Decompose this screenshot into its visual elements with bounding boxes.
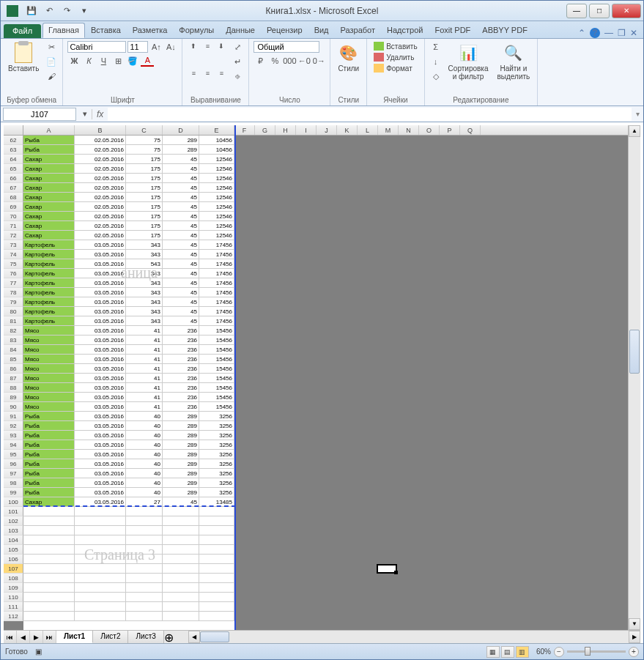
- cell[interactable]: Мясо: [23, 393, 75, 402]
- cell[interactable]: 41: [126, 402, 163, 412]
- cell[interactable]: [23, 583, 75, 593]
- cell[interactable]: 45: [163, 231, 199, 240]
- hscroll-track[interactable]: [200, 631, 629, 643]
- column-header-G[interactable]: G: [255, 125, 275, 135]
- cell[interactable]: Мясо: [23, 383, 75, 393]
- percent-button[interactable]: %: [268, 55, 281, 67]
- data-row[interactable]: 62 Рыба 02.05.2016 75 289 10456: [4, 136, 234, 145]
- row-header[interactable]: 106: [4, 555, 23, 564]
- cell[interactable]: 03.05.2016: [75, 345, 126, 355]
- cell[interactable]: [75, 574, 126, 583]
- cell[interactable]: 12546: [199, 193, 234, 202]
- cell[interactable]: Сахар: [23, 221, 75, 231]
- vertical-scrollbar[interactable]: ▲ ▼: [628, 125, 640, 630]
- normal-view-button[interactable]: ▦: [486, 646, 500, 658]
- vscroll-thumb[interactable]: [629, 330, 640, 374]
- sheet-tab-Лист2[interactable]: Лист2: [93, 631, 128, 643]
- cell[interactable]: Мясо: [23, 345, 75, 355]
- row-header[interactable]: 67: [4, 183, 23, 193]
- align-bottom-button[interactable]: ⬇: [215, 41, 228, 51]
- cell[interactable]: 41: [126, 374, 163, 383]
- cell[interactable]: [75, 526, 126, 535]
- cell[interactable]: 45: [163, 269, 199, 278]
- cell[interactable]: [199, 612, 234, 621]
- cell[interactable]: Сахар: [23, 155, 75, 164]
- cell[interactable]: 41: [126, 364, 163, 374]
- cell[interactable]: Мясо: [23, 335, 75, 345]
- cell[interactable]: [75, 612, 126, 621]
- cell[interactable]: [199, 602, 234, 612]
- align-right-button[interactable]: ≡: [215, 68, 228, 78]
- minimize-ribbon-icon[interactable]: ⌃: [578, 28, 585, 38]
- row-header[interactable]: 96: [4, 459, 23, 469]
- cell[interactable]: 45: [163, 278, 199, 288]
- data-row[interactable]: 81 Картофель 03.05.2016 343 45 17456: [4, 316, 234, 326]
- cell[interactable]: 40: [126, 459, 163, 469]
- cell[interactable]: [23, 526, 75, 535]
- column-header-F[interactable]: F: [234, 125, 255, 135]
- tab-надстрой[interactable]: Надстрой: [381, 23, 429, 38]
- cell[interactable]: 40: [126, 450, 163, 459]
- select-all-corner[interactable]: [4, 125, 23, 135]
- data-row[interactable]: 88 Мясо 03.05.2016 41 236 15456: [4, 383, 234, 393]
- sort-filter-button[interactable]: 📊 Сортировка и фильтр: [445, 41, 492, 94]
- page-break-vertical[interactable]: [234, 125, 236, 630]
- formula-input[interactable]: [108, 108, 632, 121]
- cell[interactable]: 3256: [199, 478, 234, 488]
- cell[interactable]: 41: [126, 326, 163, 335]
- cell[interactable]: 175: [126, 202, 163, 212]
- cell[interactable]: 12546: [199, 212, 234, 221]
- align-middle-button[interactable]: ≡: [201, 41, 214, 51]
- cell[interactable]: Мясо: [23, 402, 75, 412]
- cell[interactable]: 175: [126, 212, 163, 221]
- row-header[interactable]: 87: [4, 374, 23, 383]
- cell[interactable]: [163, 516, 199, 526]
- cell[interactable]: 15456: [199, 355, 234, 364]
- data-row[interactable]: 85 Мясо 03.05.2016 41 236 15456: [4, 355, 234, 364]
- zoom-knob[interactable]: [585, 647, 591, 656]
- cell[interactable]: [126, 507, 163, 516]
- column-header-E[interactable]: E: [199, 125, 234, 135]
- grow-font-button[interactable]: A↑: [149, 41, 163, 53]
- cell[interactable]: 3256: [199, 440, 234, 450]
- cell[interactable]: 03.05.2016: [75, 488, 126, 497]
- data-row[interactable]: 70 Сахар 02.05.2016 175 45 12546: [4, 212, 234, 221]
- cell[interactable]: 175: [126, 193, 163, 202]
- scroll-down-button[interactable]: ▼: [629, 618, 640, 630]
- cell[interactable]: 40: [126, 469, 163, 478]
- undo-button[interactable]: ↶: [42, 4, 56, 18]
- empty-row[interactable]: 104: [4, 535, 234, 545]
- row-header[interactable]: 75: [4, 259, 23, 269]
- cell[interactable]: [23, 535, 75, 545]
- styles-button[interactable]: 🎨 Стили: [335, 41, 362, 74]
- cell[interactable]: 03.05.2016: [75, 393, 126, 402]
- column-header-P[interactable]: P: [440, 125, 460, 135]
- cell[interactable]: 45: [163, 288, 199, 297]
- cell[interactable]: Рыба: [23, 431, 75, 440]
- insert-cells-button[interactable]: Вставить: [371, 41, 419, 51]
- row-header[interactable]: 98: [4, 478, 23, 488]
- cell[interactable]: 03.05.2016: [75, 383, 126, 393]
- cell[interactable]: 40: [126, 478, 163, 488]
- cell[interactable]: [163, 526, 199, 535]
- cell[interactable]: Рыба: [23, 421, 75, 431]
- row-header[interactable]: 65: [4, 164, 23, 174]
- doc-minimize-icon[interactable]: —: [604, 28, 613, 38]
- cell[interactable]: 12546: [199, 231, 234, 240]
- vscroll-track[interactable]: [629, 137, 640, 618]
- hscroll-thumb[interactable]: [200, 631, 229, 642]
- empty-row[interactable]: 111: [4, 602, 234, 612]
- cell[interactable]: 17456: [199, 259, 234, 269]
- row-header[interactable]: 70: [4, 212, 23, 221]
- row-header[interactable]: 105: [4, 545, 23, 555]
- data-row[interactable]: 91 Рыба 03.05.2016 40 289 3256: [4, 412, 234, 421]
- cell[interactable]: 75: [126, 136, 163, 145]
- sheet-last-button[interactable]: ⏭: [43, 631, 56, 643]
- tab-разметка[interactable]: Разметка: [127, 23, 174, 38]
- cell[interactable]: 10456: [199, 145, 234, 155]
- cell[interactable]: 45: [163, 307, 199, 316]
- row-header[interactable]: 66: [4, 174, 23, 183]
- underline-button[interactable]: Ч: [97, 55, 110, 67]
- row-header[interactable]: 110: [4, 593, 23, 602]
- cell[interactable]: [163, 593, 199, 602]
